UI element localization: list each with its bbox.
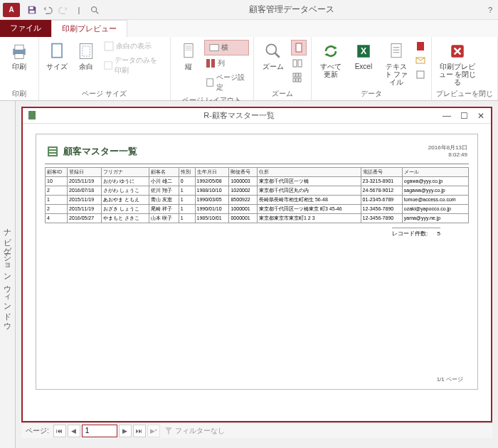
table-cell: 1990/03/05 [195, 195, 229, 204]
group-zoom: ズーム ズーム [254, 37, 312, 100]
quick-access-toolbar: | [26, 4, 101, 16]
report-window: R-顧客マスター一覧 ― ☐ ✕ 顧客マスター一覧 2016年8月13 [21, 107, 492, 422]
more-export-button[interactable] [414, 68, 427, 81]
more-pages-button[interactable] [291, 71, 307, 84]
table-cell: 1000001 [229, 204, 257, 213]
last-page-button[interactable]: ⏭ [133, 425, 146, 437]
group-page-size: サイズ 余白 余白の表示 データのみを印刷 ページ サイズ [39, 37, 171, 100]
size-button[interactable]: サイズ [43, 40, 70, 72]
table-cell: 1990/01/10 [195, 204, 229, 213]
redo-icon[interactable] [57, 4, 70, 16]
svg-rect-45 [49, 154, 56, 155]
tab-print-preview[interactable]: 印刷プレビュー [51, 20, 127, 37]
close-icon[interactable]: ✕ [475, 111, 487, 121]
tab-file[interactable]: ファイル [0, 20, 51, 37]
table-header: 住所 [257, 167, 361, 176]
prev-page-button[interactable]: ◀ [68, 425, 80, 437]
svg-rect-25 [293, 73, 295, 77]
zoom-button[interactable]: ズーム [258, 40, 288, 72]
table-cell: 1985/10/01 [195, 213, 229, 223]
table-cell: 2016/07/18 [68, 186, 102, 195]
app-icon: A [3, 3, 20, 17]
table-cell: 東京都千代田区丸の内 [257, 186, 361, 195]
table-cell: yama@yyy.ne.jp [402, 213, 468, 223]
table-cell: 0000001 [229, 213, 257, 223]
svg-point-20 [266, 44, 276, 54]
canvas: R-顧客マスター一覧 ― ☐ ✕ 顧客マスター一覧 2016年8月13 [16, 101, 498, 448]
table-cell: 1992/05/08 [195, 176, 229, 186]
recnav-label: ページ: [26, 426, 49, 436]
table-cell: 2015/11/19 [68, 176, 102, 186]
page-setup-button[interactable]: ページ設定 [204, 71, 249, 94]
first-page-button[interactable]: ⏮ [53, 425, 66, 437]
svg-rect-39 [417, 71, 424, 78]
table-cell: 2 [46, 186, 68, 195]
table-cell: 1000003 [229, 176, 257, 186]
ribbon-tabs: ファイル 印刷プレビュー [0, 20, 498, 37]
table-cell: 2015/11/19 [68, 204, 102, 213]
excel-button[interactable]: X Excel [349, 40, 378, 72]
report-meta: 2016年8月13日 8:02:49 [428, 144, 467, 159]
one-page-button[interactable] [291, 40, 307, 55]
table-cell: sagawa@yyy.co.jp [402, 186, 468, 195]
table-cell: 0 [179, 176, 195, 186]
svg-rect-5 [15, 45, 23, 50]
table-header: 顧客名 [149, 167, 179, 176]
report-icon [27, 110, 37, 122]
next-page-button[interactable]: ▶ [119, 425, 132, 437]
table-cell: おざき しょうこ [102, 204, 149, 213]
table-cell: 長崎県長崎市相生町相生 56-48 [257, 195, 361, 204]
table-cell: 2015/11/19 [68, 195, 102, 204]
svg-rect-6 [15, 54, 23, 59]
data-only-checkbox[interactable]: データのみを印刷 [102, 54, 166, 77]
svg-rect-19 [207, 79, 213, 86]
svg-rect-33 [391, 44, 401, 58]
table-cell: ozaki@yapocco.co.jp [402, 204, 468, 213]
portrait-button[interactable]: 縦 [175, 40, 202, 72]
table-cell: 24-5678-9012 [361, 186, 402, 195]
table-cell: 1020002 [229, 186, 257, 195]
svg-rect-41 [28, 111, 36, 119]
table-cell: おがわ ゆうに [102, 176, 149, 186]
table-header: フリガナ [102, 167, 149, 176]
svg-rect-7 [52, 44, 62, 58]
undo-icon[interactable] [41, 4, 54, 16]
record-navigator: ページ: ⏮ ◀ ▶ ⏭ ▶* フィルターなし [21, 422, 492, 438]
two-page-button[interactable] [291, 57, 307, 70]
maximize-icon[interactable]: ☐ [458, 111, 470, 121]
print-button[interactable]: 印刷 [4, 40, 34, 72]
titlebar: A | 顧客管理データベース ? [0, 0, 498, 20]
navigation-pane[interactable]: ナビゲーション ウィンドウ [0, 101, 16, 448]
table-header: 性別 [179, 167, 195, 176]
filter-indicator: フィルターなし [164, 426, 225, 436]
table-cell: ogawa@yyy.co.jp [402, 176, 468, 186]
landscape-button[interactable]: 横 [204, 40, 249, 55]
email-button[interactable] [414, 54, 427, 67]
refresh-all-button[interactable]: すべて 更新 [316, 40, 346, 80]
report-window-title: R-顧客マスター一覧 [37, 110, 441, 121]
close-preview-button[interactable]: 印刷プレビュー を閉じる [436, 40, 479, 87]
save-icon[interactable] [26, 4, 38, 16]
table-cell: やまもと さきこ [102, 213, 149, 223]
help-icon[interactable]: ? [488, 6, 492, 14]
table-header: メール [402, 167, 468, 176]
svg-rect-22 [296, 43, 302, 52]
table-header: 電話番号 [361, 167, 402, 176]
search-icon[interactable] [88, 4, 101, 16]
columns-button[interactable]: 列 [204, 57, 249, 70]
svg-line-21 [275, 53, 280, 58]
report-table: 顧客ID登録日フリガナ顧客名性別生年月日郵便番号住所電話番号メール 102015… [45, 167, 469, 223]
svg-rect-1 [30, 10, 35, 13]
show-margin-checkbox[interactable]: 余白の表示 [102, 40, 166, 53]
group-layout: 縦 横 列 ページ設定 ページ レイアウト [171, 37, 254, 100]
margin-button[interactable]: 余白 [73, 40, 99, 72]
pdf-button[interactable] [414, 40, 427, 53]
table-header: 顧客ID [46, 167, 68, 176]
table-cell: 23-3215-8901 [361, 176, 402, 186]
minimize-icon[interactable]: ― [441, 111, 452, 121]
svg-rect-16 [210, 45, 218, 51]
table-row: 22015/11/19おざき しょうこ尾崎 祥子11990/01/1010000… [46, 204, 469, 213]
table-cell: 2 [46, 204, 68, 213]
page-number-input[interactable] [82, 425, 117, 437]
text-file-button[interactable]: テキスト ファイル [381, 40, 411, 87]
